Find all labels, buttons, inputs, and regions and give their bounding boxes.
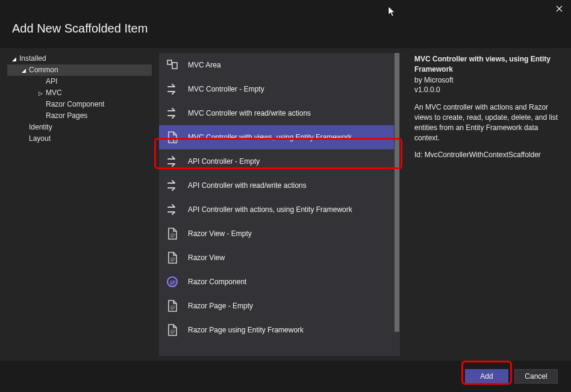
svg-text:@: @	[170, 278, 176, 285]
svg-text:@: @	[170, 329, 175, 334]
template-item[interactable]: API Controller with actions, using Entit…	[159, 198, 394, 222]
detail-version: v1.0.0.0	[414, 85, 563, 95]
chevron-down-icon: ◢	[37, 99, 43, 111]
svg-text:@: @	[170, 305, 175, 310]
svg-text:@: @	[170, 232, 175, 238]
file-icon	[165, 130, 179, 145]
controller-icon	[165, 202, 179, 217]
template-item[interactable]: MVC Controller - Empty	[159, 77, 394, 101]
tree-item-label: Razor Component	[46, 100, 104, 108]
chevron-down-icon: ◢	[20, 65, 27, 76]
add-button[interactable]: Add	[465, 369, 508, 384]
dialog-title: Add New Scaffolded Item	[12, 22, 571, 36]
razor-component-icon: @	[165, 275, 179, 289]
detail-description: An MVC controller with actions and Razor…	[414, 102, 563, 143]
chevron-down-icon: ◢	[37, 111, 43, 122]
template-item[interactable]: MVC Area	[159, 53, 394, 77]
template-item[interactable]: @Razor Page using Entity Framework	[159, 318, 394, 342]
svg-text:@: @	[170, 257, 175, 262]
razor-file-icon: @	[165, 323, 179, 337]
template-item[interactable]: @Razor Component	[159, 270, 394, 294]
razor-file-icon: @	[165, 250, 179, 265]
template-item-label: API Controller - Empty	[188, 157, 260, 166]
template-item[interactable]: @Razor View - Empty	[159, 222, 394, 246]
tree-item-label: MVC	[46, 89, 62, 97]
chevron-down-icon: ◢	[20, 134, 27, 145]
razor-file-icon: @	[165, 299, 179, 313]
chevron-down-icon: ◢	[11, 54, 17, 65]
tree-item-label: Layout	[29, 134, 51, 143]
template-list: MVC AreaMVC Controller - EmptyMVC Contro…	[159, 53, 400, 356]
template-item-label: Razor Component	[188, 278, 246, 286]
template-item[interactable]: MVC Controller with read/write actions	[159, 101, 394, 125]
tree-item[interactable]: ◢Identity	[7, 122, 152, 133]
template-item[interactable]: MVC Controller with views, using Entity …	[159, 125, 394, 149]
template-item-label: Razor View - Empty	[188, 229, 252, 238]
template-item-label: MVC Controller - Empty	[188, 85, 264, 93]
svg-rect-1	[172, 63, 177, 69]
template-item[interactable]: API Controller with read/write actions	[159, 173, 394, 198]
title-bar: Add New Scaffolded Item	[0, 0, 571, 42]
controller-icon	[165, 82, 179, 96]
template-item-label: Razor View	[188, 254, 225, 262]
tree-item[interactable]: ◢Common	[7, 64, 152, 76]
template-item[interactable]: @Razor Page - Empty	[159, 294, 394, 318]
svg-rect-0	[167, 60, 172, 64]
template-item-label: MVC Controller with read/write actions	[188, 109, 311, 117]
tree-item[interactable]: ◢Razor Component	[7, 99, 152, 110]
detail-id: Id: MvcControllerWithContextScaffolder	[414, 150, 563, 160]
close-button[interactable]	[551, 4, 567, 16]
close-icon	[556, 5, 563, 12]
button-bar: Add Cancel	[0, 361, 571, 392]
template-item[interactable]: @Razor View	[159, 246, 394, 270]
detail-publisher: by Microsoft	[414, 75, 563, 86]
template-item-label: Razor Page using Entity Framework	[188, 326, 304, 334]
scrollbar-thumb[interactable]	[395, 53, 399, 332]
template-item-label: Razor Page - Empty	[188, 302, 253, 310]
tree-item[interactable]: ◢Layout	[7, 133, 152, 145]
chevron-down-icon: ◢	[20, 122, 27, 134]
category-tree[interactable]: ◢Installed◢Common◢API▷MVC◢Razor Componen…	[7, 53, 152, 145]
scrollbar-vertical[interactable]	[394, 53, 400, 356]
detail-title: MVC Controller with views, using Entity …	[414, 54, 563, 75]
template-item-label: API Controller with read/write actions	[188, 181, 307, 190]
chevron-right-icon: ▷	[37, 88, 43, 99]
chevron-down-icon: ◢	[37, 76, 43, 88]
tree-item-label: Razor Pages	[46, 111, 87, 120]
controller-icon	[165, 178, 179, 193]
controller-icon	[165, 106, 179, 120]
template-item-label: MVC Controller with views, using Entity …	[188, 133, 352, 142]
detail-pane: MVC Controller with views, using Entity …	[414, 54, 563, 160]
body-area: ◢Installed◢Common◢API▷MVC◢Razor Componen…	[0, 48, 571, 361]
tree-item-label: Identity	[29, 123, 52, 131]
tree-item-label: Common	[29, 66, 58, 74]
tree-item[interactable]: ◢Installed	[7, 53, 152, 64]
template-item[interactable]: API Controller - Empty	[159, 149, 394, 173]
tree-item[interactable]: ◢Razor Pages	[7, 110, 152, 122]
razor-file-icon: @	[165, 226, 179, 241]
cancel-button[interactable]: Cancel	[514, 369, 558, 384]
tree-item[interactable]: ▷MVC	[7, 87, 152, 99]
tree-item-label: Installed	[19, 54, 46, 63]
tree-item[interactable]: ◢API	[7, 76, 152, 87]
template-item-label: MVC Area	[188, 61, 221, 69]
area-icon	[165, 58, 179, 72]
tree-item-label: API	[46, 77, 57, 86]
controller-icon	[165, 154, 179, 169]
template-item-label: API Controller with actions, using Entit…	[188, 205, 352, 214]
